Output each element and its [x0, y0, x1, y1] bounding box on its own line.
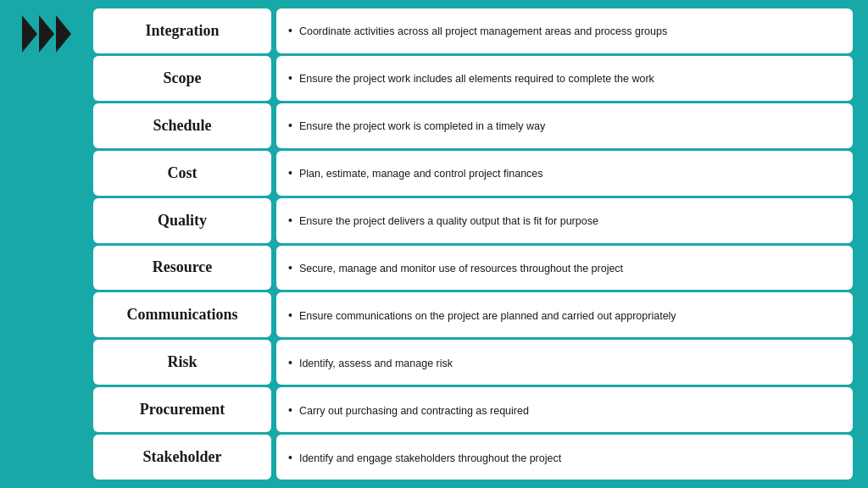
desc-cell-cost: •Plan, estimate, manage and control proj… — [276, 151, 853, 196]
desc-cell-integration: •Coordinate activities across all projec… — [276, 8, 853, 53]
table-area: Integration•Coordinate activities across… — [93, 0, 868, 488]
bullet-icon: • — [288, 24, 292, 37]
chevron-1 — [22, 15, 37, 53]
bullet-icon: • — [288, 119, 292, 132]
table-row: Quality•Ensure the project delivers a qu… — [93, 198, 853, 243]
desc-text: Ensure the project work is completed in … — [299, 120, 545, 132]
bullet-icon: • — [288, 356, 292, 369]
bullet-icon: • — [288, 214, 292, 227]
table-row: Procurement•Carry out purchasing and con… — [93, 387, 853, 432]
label-cell-stakeholder: Stakeholder — [93, 435, 271, 480]
table-row: Cost•Plan, estimate, manage and control … — [93, 151, 853, 196]
desc-cell-stakeholder: •Identify and engage stakeholders throug… — [276, 435, 853, 480]
chevrons-logo — [22, 15, 71, 53]
label-cell-cost: Cost — [93, 151, 271, 196]
desc-text: Identify and engage stakeholders through… — [299, 452, 561, 464]
table-row: Scope•Ensure the project work includes a… — [93, 56, 853, 101]
chevron-2 — [39, 15, 54, 53]
desc-text: Ensure the project delivers a quality ou… — [299, 215, 598, 227]
bullet-icon: • — [288, 71, 292, 85]
desc-cell-communications: •Ensure communications on the project ar… — [276, 292, 853, 337]
label-cell-schedule: Schedule — [93, 103, 271, 148]
table-row: Risk•Identify, assess and manage risk — [93, 340, 853, 385]
table-row: Stakeholder•Identify and engage stakehol… — [93, 435, 853, 480]
desc-cell-resource: •Secure, manage and monitor use of resou… — [276, 246, 853, 291]
bullet-icon: • — [288, 261, 292, 274]
label-cell-communications: Communications — [93, 292, 271, 337]
table-row: Communications•Ensure communications on … — [93, 292, 853, 337]
desc-cell-procurement: •Carry out purchasing and contracting as… — [276, 387, 853, 432]
label-cell-procurement: Procurement — [93, 387, 271, 432]
label-cell-scope: Scope — [93, 56, 271, 101]
desc-text: Ensure communications on the project are… — [299, 310, 676, 322]
bullet-icon: • — [288, 308, 292, 322]
desc-text: Plan, estimate, manage and control proje… — [299, 168, 543, 180]
table-row: Resource•Secure, manage and monitor use … — [93, 246, 853, 291]
bullet-icon: • — [288, 403, 292, 417]
bullet-icon: • — [288, 166, 292, 180]
chevron-3 — [56, 15, 71, 53]
label-cell-resource: Resource — [93, 246, 271, 291]
desc-text: Secure, manage and monitor use of resour… — [299, 263, 623, 274]
logo-area — [0, 0, 93, 488]
desc-cell-scope: •Ensure the project work includes all el… — [276, 56, 853, 101]
desc-cell-quality: •Ensure the project delivers a quality o… — [276, 198, 853, 243]
bullet-icon: • — [288, 451, 292, 464]
desc-text: Ensure the project work includes all ele… — [299, 73, 654, 85]
desc-cell-risk: •Identify, assess and manage risk — [276, 340, 853, 385]
label-cell-risk: Risk — [93, 340, 271, 385]
table-row: Integration•Coordinate activities across… — [93, 8, 853, 53]
desc-text: Carry out purchasing and contracting as … — [299, 405, 529, 417]
label-cell-quality: Quality — [93, 198, 271, 243]
desc-text: Coordinate activities across all project… — [299, 25, 667, 37]
label-cell-integration: Integration — [93, 8, 271, 53]
desc-cell-schedule: •Ensure the project work is completed in… — [276, 103, 853, 148]
table-row: Schedule•Ensure the project work is comp… — [93, 103, 853, 148]
desc-text: Identify, assess and manage risk — [299, 358, 453, 369]
